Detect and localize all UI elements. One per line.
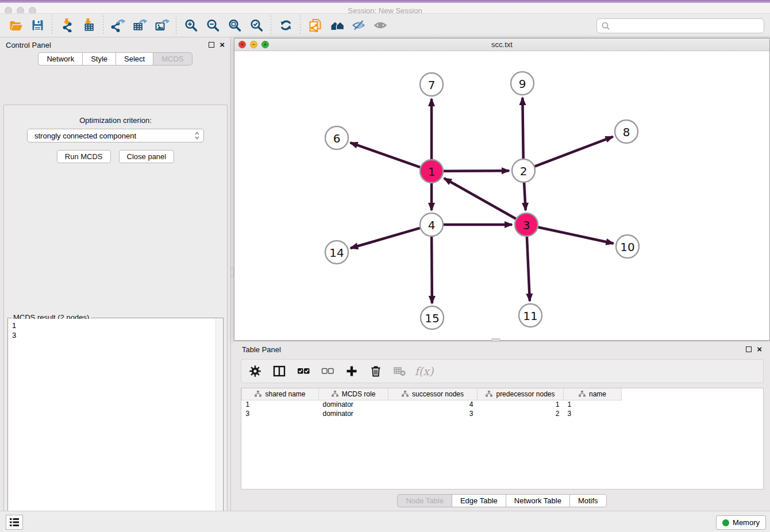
graph-node-3[interactable]: 3 [515, 213, 538, 236]
export-image-button[interactable] [151, 16, 172, 35]
column-label: shared name [265, 390, 305, 398]
tab-style[interactable]: Style [82, 52, 116, 65]
run-mcds-button[interactable]: Run MCDS [57, 150, 111, 163]
close-table-panel-icon[interactable]: × [757, 346, 762, 352]
zoom-selected-icon [249, 18, 264, 32]
float-panel-icon[interactable] [209, 42, 214, 48]
graph-node-6[interactable]: 6 [325, 126, 348, 149]
delete-table-button[interactable] [392, 363, 408, 380]
graph-edge-2-8[interactable] [535, 137, 613, 167]
graph-node-label: 9 [519, 77, 526, 91]
optimization-criterion-select[interactable]: strongly connected component [27, 129, 204, 142]
vertical-divider-handle[interactable] [230, 268, 234, 277]
column-label: predecessor nodes [496, 390, 555, 398]
open-session-button[interactable] [5, 16, 26, 35]
graph-edge-3-10[interactable] [538, 227, 614, 243]
graph-node-1[interactable]: 1 [420, 160, 443, 183]
toolbar-separator [103, 16, 103, 35]
memory-button[interactable]: Memory [716, 515, 766, 530]
export-network-button[interactable] [107, 16, 129, 35]
column-header-name[interactable]: name [564, 388, 622, 400]
table-cell: 1 [242, 400, 319, 409]
close-panel-button[interactable]: Close panel [119, 150, 175, 163]
tab-network-table[interactable]: Network Table [506, 494, 569, 507]
graph-edge-1-2[interactable] [444, 171, 509, 171]
graph-edge-4-14[interactable] [351, 228, 420, 248]
graph-node-4[interactable]: 4 [420, 213, 443, 236]
graph-node-7[interactable]: 7 [420, 73, 443, 96]
mcds-result-box: MCDS result (2 nodes) 13 [7, 318, 224, 532]
table-cell: 3 [388, 409, 478, 418]
delete-column-button[interactable] [368, 363, 384, 380]
memory-status-icon [722, 519, 729, 526]
close-panel-icon[interactable]: × [220, 42, 225, 48]
tab-node-table[interactable]: Node Table [397, 494, 452, 507]
table-row[interactable]: 1dominator411 [242, 400, 622, 409]
table-panel-tabs: Node TableEdge TableNetwork TableMotifs [234, 494, 770, 507]
search-icon [601, 21, 610, 30]
graph-node-9[interactable]: 9 [511, 72, 534, 95]
show-all-button[interactable] [369, 16, 391, 35]
network-canvas[interactable]: 1234678910111415 [234, 51, 769, 340]
table-cell: 1 [564, 400, 622, 409]
graph-node-label: 11 [523, 309, 537, 323]
graph-edge-3-11[interactable] [527, 237, 530, 301]
function-builder-icon: f(x) [415, 365, 434, 377]
deselect-all-button[interactable] [319, 363, 336, 380]
refresh-view-button[interactable] [275, 16, 297, 35]
toolbar-separator [271, 16, 271, 35]
tab-select[interactable]: Select [116, 52, 153, 65]
show-columns-button[interactable] [271, 363, 287, 380]
search-box[interactable] [596, 18, 764, 33]
zoom-in-button[interactable] [180, 16, 202, 35]
zoom-in-icon [183, 18, 199, 32]
add-column-button[interactable] [344, 363, 360, 380]
hide-selected-button[interactable] [348, 16, 369, 35]
column-header-shared-name[interactable]: shared name [242, 388, 319, 400]
tab-motifs[interactable]: Motifs [569, 494, 607, 507]
graph-node-14[interactable]: 14 [325, 241, 348, 264]
first-neighbors-button[interactable] [326, 16, 348, 35]
tab-mcds[interactable]: MCDS [153, 52, 192, 65]
save-session-button[interactable] [26, 16, 48, 35]
graph-node-11[interactable]: 11 [519, 304, 542, 327]
task-history-button[interactable] [6, 515, 23, 530]
column-header-predecessor-nodes[interactable]: predecessor nodes [478, 388, 564, 400]
result-scrollbar[interactable] [215, 319, 222, 532]
column-label: successor nodes [412, 390, 464, 398]
column-header-successor-nodes[interactable]: successor nodes [388, 388, 478, 400]
copy-network-button[interactable] [304, 16, 326, 35]
export-image-icon [154, 18, 170, 32]
zoom-fit-button[interactable] [224, 16, 245, 35]
graph-edge-4-15[interactable] [432, 237, 432, 303]
graph-node-15[interactable]: 15 [421, 306, 444, 329]
table-mode-button[interactable] [247, 363, 263, 380]
graph-node-10[interactable]: 10 [616, 235, 639, 258]
tab-edge-table[interactable]: Edge Table [452, 494, 506, 507]
import-table-button[interactable] [78, 16, 99, 35]
function-builder-button[interactable]: f(x) [416, 363, 432, 380]
graph-node-8[interactable]: 8 [615, 120, 638, 143]
graph-node-label: 15 [425, 311, 439, 325]
select-all-button[interactable] [295, 363, 311, 380]
graph-node-2[interactable]: 2 [512, 159, 535, 182]
import-network-button[interactable] [56, 16, 78, 35]
network-window-titlebar: × − + scc.txt [234, 38, 769, 51]
graph-edge-3-1[interactable] [444, 178, 516, 218]
graph-edge-1-6[interactable] [351, 142, 421, 167]
float-table-panel-icon[interactable] [746, 346, 752, 352]
export-table-button[interactable] [129, 16, 151, 35]
hide-selected-icon [351, 18, 367, 32]
zoom-out-button[interactable] [202, 16, 224, 35]
tab-network[interactable]: Network [38, 52, 82, 65]
table-row[interactable]: 3dominator323 [242, 409, 622, 418]
zoom-selected-button[interactable] [245, 16, 267, 35]
column-header-MCDS-role[interactable]: MCDS role [319, 388, 388, 400]
graph-node-label: 4 [428, 218, 436, 232]
graph-edge-2-3[interactable] [524, 183, 526, 210]
graph-edge-2-9[interactable] [522, 98, 523, 159]
table-cell: 3 [242, 409, 319, 418]
search-input[interactable] [613, 22, 764, 30]
zoom-out-icon [205, 18, 221, 32]
sort-tree-icon [402, 391, 409, 397]
